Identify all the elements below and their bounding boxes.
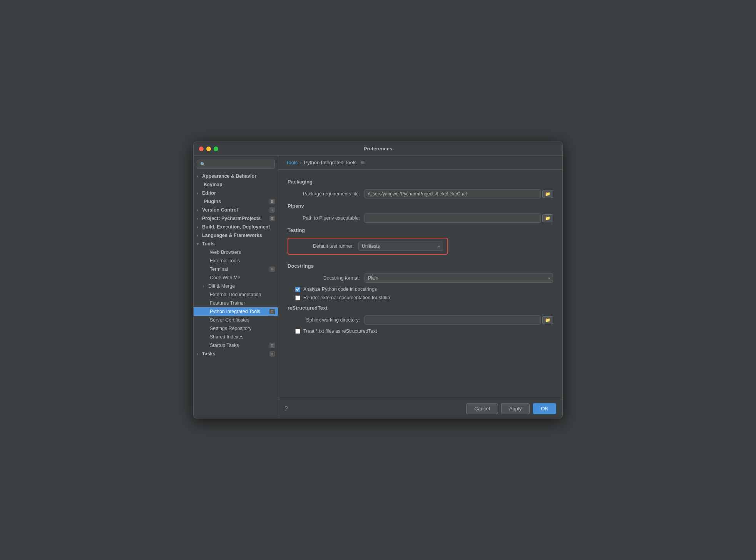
breadcrumb-parent[interactable]: Tools: [286, 160, 298, 165]
badge-icon: ⊞: [269, 216, 275, 221]
packaging-row: Package requirements file: 📁: [288, 189, 553, 198]
sidebar-item-label: Tasks: [202, 351, 216, 357]
maximize-button[interactable]: [214, 147, 218, 151]
render-external-label[interactable]: Render external documentation for stdlib: [303, 295, 390, 300]
sidebar-item-label: Editor: [202, 190, 216, 196]
docstring-format-select[interactable]: PlainEpytextreStructuredTextNumPyGoogle: [365, 273, 553, 283]
analyze-python-label[interactable]: Analyze Python code in docstrings: [303, 287, 377, 292]
sidebar-item-label: Tools: [202, 241, 214, 247]
close-button[interactable]: [199, 147, 204, 151]
sidebar-item-shared-indexes[interactable]: Shared Indexes: [194, 333, 278, 341]
sidebar-item-label: Terminal: [210, 267, 228, 272]
pipenv-input[interactable]: [365, 213, 541, 223]
analyze-python-checkbox[interactable]: [295, 287, 300, 292]
pipenv-row: Path to Pipenv executable: 📁: [288, 213, 553, 223]
sidebar-item-label: Project: PycharmProjects: [202, 216, 261, 221]
sidebar-item-startup-tasks[interactable]: Startup Tasks⊞: [194, 341, 278, 350]
sphinx-input[interactable]: [365, 315, 541, 325]
render-external-row: Render external documentation for stdlib: [295, 295, 553, 300]
sidebar-item-label: External Documentation: [210, 292, 261, 297]
badge-icon: ⊞: [269, 351, 275, 357]
docstring-dropdown-wrap: PlainEpytextreStructuredTextNumPyGoogle …: [365, 273, 553, 283]
right-panel: Tools › Python Integrated Tools ⊞ Packag…: [278, 156, 562, 418]
chevron-icon: ›: [197, 191, 201, 195]
sidebar-item-plugins[interactable]: Plugins⊞: [194, 197, 278, 206]
chevron-icon: ›: [197, 217, 201, 221]
sidebar-item-label: Code With Me: [210, 275, 240, 280]
sidebar-item-external-documentation[interactable]: External Documentation: [194, 290, 278, 299]
badge-icon: ⊞: [269, 207, 275, 213]
testing-highlight-box: Default test runner: UnittestspytestNose…: [288, 238, 448, 255]
sidebar-item-languages[interactable]: ›Languages & Frameworks: [194, 231, 278, 240]
packaging-browse-btn[interactable]: 📁: [542, 190, 553, 198]
sidebar-item-label: External Tools: [210, 258, 240, 263]
docstrings-title: Docstrings: [288, 263, 553, 269]
chevron-icon: ›: [197, 225, 201, 229]
search-box[interactable]: 🔍: [197, 160, 275, 169]
sidebar-item-web-browsers[interactable]: Web Browsers: [194, 248, 278, 257]
sidebar-item-keymap[interactable]: Keymap: [194, 180, 278, 189]
sidebar-item-label: Keymap: [204, 182, 222, 187]
docstring-format-row: Docstring format: PlainEpytextreStructur…: [288, 273, 553, 283]
sphinx-browse-btn[interactable]: 📁: [542, 316, 553, 324]
treat-txt-label[interactable]: Treat *.txt files as reStructuredText: [303, 328, 377, 334]
testing-runner-select[interactable]: UnittestspytestNoseTwisted Trial: [358, 242, 443, 251]
badge-icon: ⊞: [269, 267, 275, 272]
sidebar-item-appearance[interactable]: ›Appearance & Behavior: [194, 172, 278, 180]
testing-label: Default test runner:: [292, 243, 358, 249]
packaging-label: Package requirements file:: [288, 191, 365, 197]
search-input[interactable]: [208, 162, 271, 167]
sidebar-item-server-certificates[interactable]: Server Certificates: [194, 316, 278, 324]
sidebar-item-project[interactable]: ›Project: PycharmProjects⊞: [194, 214, 278, 223]
window-title: Preferences: [364, 146, 392, 152]
pipenv-browse-btn[interactable]: 📁: [542, 214, 553, 222]
sidebar-item-build[interactable]: ›Build, Execution, Deployment: [194, 223, 278, 231]
sidebar-item-label: Appearance & Behavior: [202, 173, 256, 179]
cancel-button[interactable]: Cancel: [466, 403, 498, 414]
search-icon: 🔍: [200, 162, 206, 167]
minimize-button[interactable]: [206, 147, 211, 151]
sidebar-item-label: Server Certificates: [210, 317, 249, 323]
render-external-checkbox[interactable]: [295, 295, 300, 300]
main-content: 🔍 ›Appearance & BehaviorKeymap›EditorPlu…: [194, 156, 562, 418]
ok-button[interactable]: OK: [533, 403, 556, 414]
chevron-icon: ›: [203, 284, 207, 288]
sidebar-item-settings-repository[interactable]: Settings Repository: [194, 324, 278, 333]
docstring-format-wrap: PlainEpytextreStructuredTextNumPyGoogle …: [365, 273, 553, 283]
sidebar-item-label: Diff & Merge: [208, 283, 235, 289]
treat-txt-checkbox[interactable]: [295, 329, 300, 334]
preferences-dialog: Preferences 🔍 ›Appearance & BehaviorKeym…: [193, 142, 563, 418]
sidebar-item-tasks[interactable]: ›Tasks⊞: [194, 350, 278, 358]
sidebar-item-label: Settings Repository: [210, 326, 251, 331]
sidebar-item-version-control[interactable]: ›Version Control⊞: [194, 206, 278, 214]
sidebar-item-external-tools[interactable]: External Tools: [194, 257, 278, 265]
treat-txt-row: Treat *.txt files as reStructuredText: [295, 328, 553, 334]
badge-icon: ⊞: [269, 199, 275, 204]
sidebar-item-diff-merge[interactable]: ›Diff & Merge: [194, 282, 278, 290]
packaging-input[interactable]: [365, 189, 541, 198]
sidebar-item-label: Python Integrated Tools: [210, 309, 260, 314]
testing-title: Testing: [288, 227, 553, 233]
packaging-title: Packaging: [288, 179, 553, 185]
sidebar-item-terminal[interactable]: Terminal⊞: [194, 265, 278, 273]
badge-icon: ⊞: [269, 309, 275, 314]
sidebar-item-label: Shared Indexes: [210, 334, 244, 340]
breadcrumb: Tools › Python Integrated Tools ⊞: [278, 156, 562, 170]
chevron-icon: ▾: [197, 242, 201, 246]
sidebar-item-label: Languages & Frameworks: [202, 233, 262, 238]
breadcrumb-current: Python Integrated Tools: [304, 160, 356, 165]
apply-button[interactable]: Apply: [501, 403, 530, 414]
sidebar-item-code-with-me[interactable]: Code With Me: [194, 273, 278, 282]
help-button[interactable]: ?: [284, 405, 288, 412]
sidebar-item-tools[interactable]: ▾Tools: [194, 240, 278, 248]
sidebar-item-features-trainer[interactable]: Features Trainer: [194, 299, 278, 307]
sidebar-item-python-integrated-tools[interactable]: Python Integrated Tools⊞: [194, 307, 278, 316]
docstring-format-label: Docstring format:: [288, 275, 365, 281]
footer: ? Cancel Apply OK: [278, 399, 562, 418]
sidebar-item-editor[interactable]: ›Editor: [194, 189, 278, 197]
pipenv-label: Path to Pipenv executable:: [288, 215, 365, 221]
packaging-input-wrap: 📁: [365, 189, 553, 198]
sidebar-item-label: Plugins: [204, 199, 221, 204]
pipenv-input-wrap: 📁: [365, 213, 553, 223]
testing-row: Default test runner: UnittestspytestNose…: [288, 238, 553, 258]
